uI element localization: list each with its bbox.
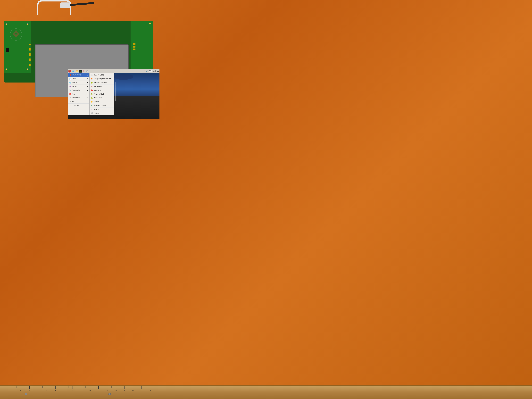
submenu-item-sonicpi[interactable]: ♫ Sonic Pi: [89, 108, 114, 111]
arrow-accessories: ▶: [87, 89, 88, 91]
taskbar-left: 🍓 🌐 📁 _$ ✳ 🐺: [68, 70, 89, 73]
nodered-icon: 🔴: [90, 89, 93, 91]
internet-icon: 🌐: [69, 81, 71, 84]
submenu-label-nodered: Node-RED: [94, 89, 101, 91]
submenu-item-sensehat[interactable]: 🖥 Sense HAT Emulator: [89, 104, 114, 108]
raspberry-pi-logo: [10, 28, 22, 41]
submenu-label-wolfram: Wolfram: [94, 112, 99, 114]
sensehat-icon: 🖥: [90, 104, 93, 107]
python2-icon: 🐍: [90, 93, 93, 95]
mathematica-icon: ✳: [90, 85, 93, 88]
capacitor: [6, 48, 9, 52]
svg-point-8: [15, 35, 17, 37]
submenu-label-scratch: Scratch: [94, 101, 99, 103]
help-icon: 🆘: [69, 93, 71, 95]
gpio-pins: [29, 44, 31, 66]
programming-submenu: ☕ BlueJ Java IDE 🦊 Geany Programmer's Ed…: [89, 73, 114, 115]
shutdown-icon: ⏻: [69, 104, 71, 107]
menu-item-shutdown[interactable]: ⏻ Shutdown...: [68, 104, 89, 107]
menu-label-office: Office: [72, 78, 76, 80]
menu-item-programming[interactable]: {} Programming ▶: [68, 73, 89, 77]
menu-label-programming: Programming: [72, 74, 81, 76]
run-icon: ✈: [69, 100, 71, 103]
menu-item-games[interactable]: 👾 Games ▶: [68, 84, 89, 88]
submenu-item-python3[interactable]: 🐍 Python 3 (IDLE): [89, 96, 114, 100]
wolfram-icon: 🐺: [90, 112, 93, 114]
menu-label-games: Games: [72, 85, 77, 87]
terminal-taskbar-icon[interactable]: _$: [79, 70, 82, 73]
mount-hole-tr: [149, 23, 151, 25]
device-body: 🍓 🌐 📁 _$ ✳ 🐺 ✦ ✗ 🔊 0 %: [4, 21, 153, 82]
games-icon: 👾: [69, 85, 71, 88]
mount-hole-4: [27, 69, 28, 70]
mount-hole-1: [6, 23, 7, 25]
submenu-item-geany[interactable]: 🦊 Geany Programmer's Editor: [89, 77, 114, 81]
python3-icon: 🐍: [90, 97, 93, 99]
scratch-icon: 🐱: [90, 101, 93, 103]
arrow-games: ▶: [87, 86, 88, 87]
bluej-icon: ☕: [90, 74, 93, 76]
eject-icon[interactable]: ⏏: [157, 70, 158, 72]
menu-item-accessories[interactable]: 🔧 Accessories ▶: [68, 88, 89, 92]
globe-taskbar-icon[interactable]: 🌐: [72, 70, 75, 73]
programming-icon: {}: [69, 74, 71, 76]
mount-hole-3: [6, 69, 7, 70]
arrow-programming: ▶: [87, 74, 88, 76]
submenu-label-python2: Python 2 (IDLE): [94, 93, 104, 95]
network-x-icon: ✗: [144, 70, 145, 72]
submenu-label-greenfoot: Greenfoot Java IDE: [94, 82, 107, 83]
menu-label-run: Run...: [72, 101, 76, 102]
submenu-item-nodered[interactable]: 🔴 Node-RED: [89, 89, 114, 92]
menu-label-help: Help: [72, 93, 75, 95]
submenu-label-sonicpi: Sonic Pi: [94, 108, 99, 110]
menu-label-shutdown: Shutdown...: [72, 105, 80, 106]
accessories-icon: 🔧: [69, 89, 71, 91]
submenu-item-mathematica[interactable]: ✳ Mathematica: [89, 85, 114, 89]
volume-icon[interactable]: 🔊: [146, 70, 148, 72]
preferences-icon: 🖥: [69, 96, 71, 99]
submenu-item-wolfram[interactable]: 🐺 Wolfram: [89, 111, 114, 115]
usb-connector: [60, 2, 70, 8]
menu-label-preferences: Preferences: [72, 97, 80, 99]
taskbar: 🍓 🌐 📁 _$ ✳ 🐺 ✦ ✗ 🔊 0 %: [68, 69, 158, 73]
submenu-label-geany: Geany Programmer's Editor: [94, 78, 112, 80]
battery-indicator: 0 %: [149, 70, 152, 72]
main-menu-panel: {} Programming ▶ 📄 Office ▶ 🌐 Internet ▶: [68, 73, 89, 115]
clock: 14:36: [153, 70, 157, 72]
submenu-label-sensehat: Sense HAT Emulator: [94, 105, 108, 106]
right-board: [131, 21, 153, 73]
greenfoot-icon: 🐸: [90, 81, 93, 84]
submenu-item-scratch[interactable]: 🐱 Scratch: [89, 100, 114, 104]
menu-label-accessories: Accessories: [72, 89, 80, 91]
submenu-item-bluej[interactable]: ☕ BlueJ Java IDE: [89, 73, 114, 77]
menu-item-run[interactable]: ✈ Run...: [68, 100, 89, 104]
bluetooth-icon[interactable]: ✦: [142, 70, 144, 72]
mount-hole-2: [27, 23, 28, 25]
arrow-preferences: ▶: [87, 97, 88, 99]
asterisk-taskbar-icon[interactable]: ✳: [82, 70, 85, 73]
menu-item-office[interactable]: 📄 Office ▶: [68, 77, 89, 81]
geany-icon: 🦊: [90, 78, 93, 80]
screen: 🍓 🌐 📁 _$ ✳ 🐺 ✦ ✗ 🔊 0 %: [68, 69, 158, 118]
connector-group: [133, 43, 135, 50]
menu-item-internet[interactable]: 🌐 Internet ▶: [68, 81, 89, 84]
folder-taskbar-icon[interactable]: 📁: [75, 70, 78, 73]
screen-bezel: 🍓 🌐 📁 _$ ✳ 🐺 ✦ ✗ 🔊 0 %: [35, 44, 129, 97]
submenu-item-python2[interactable]: 🐍 Python 2 (IDLE): [89, 92, 114, 96]
submenu-label-mathematica: Mathematica: [94, 86, 102, 87]
taskbar-right: ✦ ✗ 🔊 0 % 14:36 ⏏: [142, 70, 158, 72]
arrow-office: ▶: [87, 78, 88, 79]
menu-item-help[interactable]: 🆘 Help: [68, 92, 89, 96]
submenu-label-bluej: BlueJ Java IDE: [94, 74, 104, 76]
arrow-internet: ▶: [87, 82, 88, 83]
menu-label-internet: Internet: [72, 82, 77, 83]
submenu-item-greenfoot[interactable]: 🐸 Greenfoot Java IDE: [89, 81, 114, 85]
raspberry-menu-button[interactable]: 🍓: [68, 70, 71, 73]
start-menu: {} Programming ▶ 📄 Office ▶ 🌐 Internet ▶: [68, 73, 114, 115]
menu-item-preferences[interactable]: 🖥 Preferences ▶: [68, 96, 89, 100]
sonicpi-icon: ♫: [90, 108, 93, 111]
office-icon: 📄: [69, 77, 71, 80]
submenu-label-python3: Python 3 (IDLE): [94, 97, 104, 99]
wolf-taskbar-icon[interactable]: 🐺: [86, 70, 89, 73]
road-line: [115, 82, 116, 101]
